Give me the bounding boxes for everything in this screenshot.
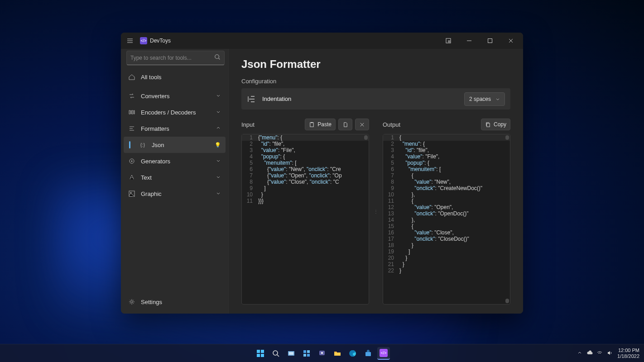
svg-rect-2 [488,39,492,43]
search-box[interactable] [126,51,225,65]
nav-label: Text [141,174,210,181]
code-line: 3 "id": "file", [383,147,510,153]
taskbar-store-button[interactable] [362,347,375,360]
chevron-down-icon [216,109,221,116]
clock-time: 12:00 PM [617,348,639,353]
menu-icon [126,37,134,44]
code-line: 13 "onclick": "OpenDoc()" [383,210,510,217]
sidebar-item-settings[interactable]: Settings [124,294,226,310]
code-line: 12 "value": "Open", [383,204,510,210]
sidebar-item-generators[interactable]: Generators [124,153,226,169]
nav-label: Converters [141,93,210,100]
dropdown-value: 2 spaces [469,96,491,102]
chevron-down-icon [495,97,500,101]
code-line: 14 }, [383,217,510,223]
svg-rect-12 [257,350,260,353]
open-file-button[interactable] [338,119,352,130]
code-line: 4 "value": "File", [383,153,510,160]
lightbulb-icon: 💡 [215,142,221,148]
svg-rect-21 [303,354,306,357]
minimize-icon [466,38,472,43]
paste-icon [309,122,315,128]
svg-rect-13 [261,350,264,353]
clear-button[interactable] [355,119,369,130]
tray-cloud-icon[interactable] [586,350,593,357]
sidebar-item-all-tools[interactable]: All tools [124,69,226,85]
tray-volume-icon[interactable] [606,350,613,357]
taskbar-widgets-button[interactable] [300,347,313,360]
paste-label: Paste [317,121,332,128]
indentation-dropdown[interactable]: 2 spaces [464,92,505,106]
nav-label: Settings [141,299,162,305]
code-line: 15 { [383,223,510,229]
output-code-viewer[interactable]: 1{2 "menu": {3 "id": "file",4 "value": "… [383,134,510,305]
converters-icon [128,92,135,100]
code-line: 1{"menu": { [242,134,369,141]
clock-date: 1/18/2022 [617,353,639,359]
close-button[interactable] [500,33,521,48]
sidebar-item-converters[interactable]: Converters [124,88,226,104]
taskbar-taskview-button[interactable] [285,347,298,360]
graphic-icon [128,190,135,197]
tray-chevron-icon[interactable] [577,350,583,357]
minimize-button[interactable] [459,33,480,48]
taskbar-explorer-button[interactable] [331,347,344,360]
code-line: 10 }, [383,191,510,198]
maximize-button[interactable] [480,33,500,48]
sidebar-item-formatters[interactable]: Formatters [124,120,226,137]
hamburger-button[interactable] [123,33,137,48]
code-line: 18 } [383,242,510,248]
taskbar-chat-button[interactable] [316,347,328,360]
code-line: 5 "popup": { [383,160,510,166]
formatters-icon [128,125,135,132]
close-icon [508,38,514,43]
json-icon: {:} [139,141,146,148]
code-line: 2 "menu": { [383,141,510,147]
svg-rect-11 [487,123,490,126]
picture-in-picture-icon [446,38,451,43]
taskbar-devtoys-button[interactable]: </> [377,347,390,360]
sidebar-item-encoders[interactable]: Encoders / Decoders [124,104,226,120]
taskbar-search-button[interactable] [269,347,282,360]
svg-rect-14 [257,354,260,357]
splitter-handle[interactable]: ⋮ [375,119,377,305]
copy-button[interactable]: Copy [481,119,510,130]
main-content: Json Formatter Configuration Indentation… [229,49,523,314]
paste-button[interactable]: Paste [305,119,336,130]
scrollbar[interactable] [505,135,509,303]
taskbar-clock[interactable]: 12:00 PM 1/18/2022 [617,348,639,359]
taskbar-edge-button[interactable] [346,347,359,360]
code-line: 10 } [242,191,369,198]
home-icon [128,73,135,81]
code-line: 7 {"value": "Open", "onclick": "Op [242,172,369,179]
code-line: 5 "menuitem": [ [242,160,369,166]
chevron-down-icon [216,93,221,100]
tray-wifi-icon[interactable] [596,350,603,357]
input-panel: Input Paste [241,119,369,305]
sidebar: All tools Converters Encoders / Decoders… [121,49,229,314]
code-line: 9 ] [242,185,369,191]
input-code-editor[interactable]: 1{"menu": {2 "id": "file",3 "value": "Fi… [241,134,369,305]
chevron-down-icon [216,191,221,197]
sidebar-item-json[interactable]: {:} Json 💡 [124,137,226,153]
output-label: Output [383,121,400,128]
keep-on-top-button[interactable] [438,33,459,48]
indentation-label: Indentation [262,95,464,102]
start-button[interactable] [254,347,267,360]
code-line: 22} [383,267,510,274]
copy-icon [485,122,491,128]
svg-rect-1 [448,40,450,43]
svg-rect-18 [289,352,293,355]
app-title: DevToys [150,38,171,44]
svg-point-7 [130,192,132,194]
code-line: 21 } [383,261,510,267]
code-line: 17 "onclick": "CloseDoc()" [383,236,510,242]
sidebar-item-graphic[interactable]: Graphic [124,186,226,202]
scrollbar[interactable] [363,135,368,303]
search-icon [214,54,221,62]
code-line: 8 "value": "New", [383,179,510,185]
svg-point-5 [131,161,133,162]
search-input[interactable] [130,55,214,61]
sidebar-item-text[interactable]: Text [124,169,226,186]
file-icon [342,122,348,128]
